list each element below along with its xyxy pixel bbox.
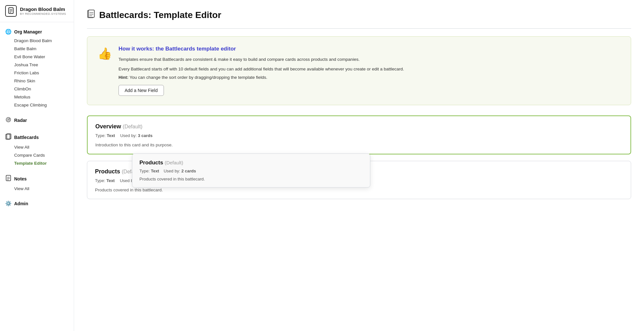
app-logo[interactable]: Dragon Blood Balm BY RECOMMENDED.SYSTEMS [0, 0, 74, 22]
sidebar-item-metolius[interactable]: Metolius [0, 93, 74, 101]
overview-default-label: (Default) [123, 124, 142, 129]
app-subtitle: BY RECOMMENDED.SYSTEMS [20, 12, 66, 16]
logo-icon [5, 5, 17, 17]
main-content: Battlecards: Template Editor 👍 How it wo… [74, 0, 644, 331]
sidebar-item-view-all-battlecards[interactable]: View All [0, 143, 74, 151]
sidebar-item-escape-climbing[interactable]: Escape Climbing [0, 101, 74, 109]
sidebar-section-radar: Radar [0, 110, 74, 127]
hint-label: Hint: [118, 75, 128, 80]
info-box-text2: Every Battlecard starts off with 10 defa… [118, 66, 404, 73]
sidebar-section-notes: Notes View All [0, 169, 74, 194]
org-icon: 🌐 [5, 29, 12, 35]
header-divider [87, 28, 631, 29]
products-overlay-meta: Type: Text Used by: 2 cards [139, 169, 363, 173]
overview-card-meta: Type: Text Used by: 3 cards [95, 133, 623, 138]
sidebar-item-evil-bone-water[interactable]: Evil Bone Water [0, 53, 74, 61]
info-box-title: How it works: the Battlecards template e… [118, 46, 404, 52]
products-overlay-type: Type: Text [139, 169, 159, 173]
sidebar-item-template-editor[interactable]: Template Editor [0, 159, 74, 167]
cards-area: Overview (Default) Type: Text Used by: 3… [87, 115, 631, 199]
sidebar-section-admin: ⚙️ Admin [0, 194, 74, 210]
products-overlay-default: (Default) [165, 160, 183, 165]
svg-rect-8 [6, 134, 10, 139]
overview-used: Used by: 3 cards [120, 133, 152, 138]
products-main-desc: Products covered in this battlecard. [95, 188, 623, 192]
add-field-button[interactable]: Add a New Field [118, 85, 164, 96]
sidebar-item-radar[interactable]: Radar [0, 115, 74, 126]
products-main-type: Type: Text [95, 178, 115, 183]
hint-text: You can change the sort order by draggin… [128, 75, 268, 80]
sidebar: Dragon Blood Balm BY RECOMMENDED.SYSTEMS… [0, 0, 74, 331]
battlecards-icon [5, 133, 12, 141]
sidebar-item-dragon-blood-balm[interactable]: Dragon Blood Balm [0, 37, 74, 45]
sidebar-item-friction-labs[interactable]: Friction Labs [0, 69, 74, 77]
thumbs-up-icon: 👍 [98, 47, 112, 60]
info-box: 👍 How it works: the Battlecards template… [87, 36, 631, 105]
overview-card-title: Overview (Default) [95, 123, 623, 130]
app-title: Dragon Blood Balm [20, 6, 66, 12]
info-box-hint: Hint: You can change the sort order by d… [118, 75, 404, 80]
sidebar-section-battlecards: Battlecards View All Compare Cards Templ… [0, 127, 74, 169]
sidebar-item-notes[interactable]: Notes [0, 173, 74, 185]
sidebar-item-org-manager[interactable]: 🌐 Org Manager [0, 27, 74, 37]
info-box-text1: Templates ensure that Battlecards are co… [118, 56, 404, 63]
products-overlay-title: Products (Default) [139, 160, 363, 166]
sidebar-item-climbon[interactable]: ClimbOn [0, 85, 74, 93]
svg-rect-9 [7, 134, 11, 139]
products-overlay-used: Used by: 2 cards [164, 169, 196, 173]
admin-icon: ⚙️ [5, 200, 12, 207]
sidebar-item-rhino-skin[interactable]: Rhino Skin [0, 77, 74, 85]
overview-desc: Introduction to this card and its purpos… [95, 143, 623, 147]
svg-rect-15 [89, 10, 94, 17]
sidebar-item-battlecards[interactable]: Battlecards [0, 132, 74, 143]
sidebar-item-battle-balm[interactable]: Battle Balm [0, 45, 74, 53]
products-overlay-card: Products (Default) Type: Text Used by: 2… [132, 153, 370, 188]
sidebar-item-joshua-tree[interactable]: Joshua Tree [0, 61, 74, 69]
page-header-icon [87, 10, 95, 21]
radar-icon [5, 117, 12, 124]
sidebar-item-admin[interactable]: ⚙️ Admin [0, 198, 74, 208]
sidebar-section-org: 🌐 Org Manager Dragon Blood Balm Battle B… [0, 22, 74, 110]
page-header: Battlecards: Template Editor [87, 10, 631, 21]
info-box-content: How it works: the Battlecards template e… [118, 46, 404, 96]
sidebar-item-compare-cards[interactable]: Compare Cards [0, 151, 74, 159]
svg-rect-0 [9, 8, 13, 14]
sidebar-item-view-all-notes[interactable]: View All [0, 185, 74, 193]
notes-icon [5, 175, 12, 183]
page-title: Battlecards: Template Editor [99, 10, 221, 20]
overview-card[interactable]: Overview (Default) Type: Text Used by: 3… [87, 115, 631, 154]
overview-type: Type: Text [95, 133, 115, 138]
products-overlay-desc: Products covered in this battlecard. [139, 177, 363, 181]
